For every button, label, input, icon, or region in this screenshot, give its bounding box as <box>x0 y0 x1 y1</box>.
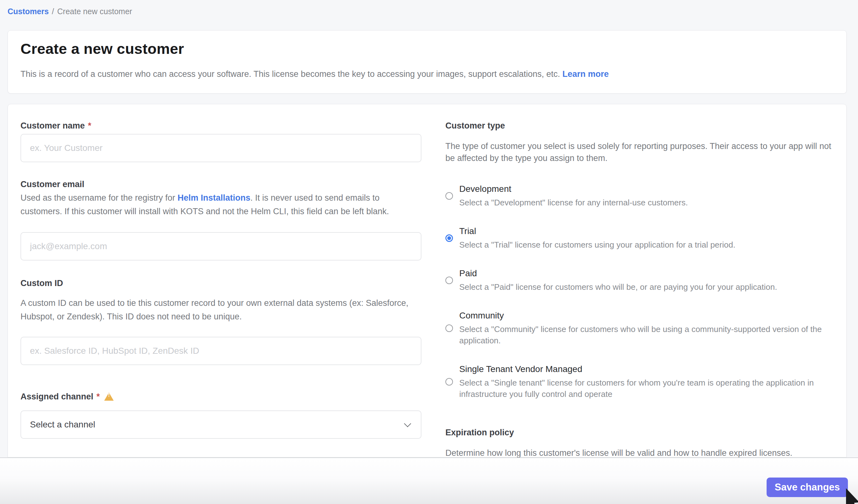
customer-email-label-text: Customer email <box>20 179 84 189</box>
expiration-policy-label-text: Expiration policy <box>445 427 514 438</box>
customer-type-label: Customer type <box>445 121 838 131</box>
customer-type-label-text: Customer type <box>445 121 505 131</box>
customer-email-input[interactable] <box>20 232 422 260</box>
breadcrumb-separator: / <box>52 7 54 16</box>
radio-single-tenant-vendor-managed[interactable] <box>445 378 453 386</box>
radio-option-community[interactable]: Community Select a "Community" license f… <box>445 310 838 346</box>
expiration-policy-label: Expiration policy <box>445 427 838 438</box>
page-header-card: Create a new customer This is a record o… <box>7 30 847 94</box>
radio-option-text: Development Select a "Development" licen… <box>459 184 688 208</box>
create-customer-form-card: Customer name * Customer email Used as t… <box>7 104 847 457</box>
radio-option-text: Paid Select a "Paid" license for custome… <box>459 268 777 293</box>
customer-name-label: Customer name * <box>20 121 422 131</box>
radio-option-description: Select a "Single tenant" license for cus… <box>459 377 838 400</box>
custom-id-label: Custom ID <box>20 278 422 288</box>
radio-option-title: Development <box>459 184 688 194</box>
radio-option-description: Select a "Community" license for custome… <box>459 324 838 346</box>
radio-option-text: Community Select a "Community" license f… <box>459 310 838 346</box>
radio-option-development[interactable]: Development Select a "Development" licen… <box>445 184 838 208</box>
customer-type-description: The type of customer you select is used … <box>445 140 838 164</box>
radio-community[interactable] <box>445 324 453 332</box>
radio-option-single-tenant-vendor-managed[interactable]: Single Tenant Vendor Managed Select a "S… <box>445 364 838 400</box>
radio-trial[interactable] <box>445 234 453 242</box>
save-changes-button[interactable]: Save changes <box>767 477 848 497</box>
page-description-text: This is a record of a customer who can a… <box>20 69 560 79</box>
customer-name-label-text: Customer name <box>20 121 85 131</box>
required-asterisk: * <box>96 392 100 402</box>
radio-development[interactable] <box>445 192 453 200</box>
page-title: Create a new customer <box>20 40 834 57</box>
customer-email-description: Used as the username for the registry fo… <box>20 191 422 218</box>
radio-option-title: Paid <box>459 268 777 279</box>
radio-option-text: Trial Select a "Trial" license for custo… <box>459 226 735 250</box>
custom-id-input[interactable] <box>20 337 422 365</box>
radio-option-paid[interactable]: Paid Select a "Paid" license for custome… <box>445 268 838 293</box>
form-right-column: Customer type The type of customer you s… <box>445 121 838 457</box>
channel-select-value: Select a channel <box>30 420 95 430</box>
breadcrumb: Customers/Create new customer <box>7 7 132 16</box>
breadcrumb-link-customers[interactable]: Customers <box>7 7 49 16</box>
warning-exclamation: ! <box>104 390 114 400</box>
warning-icon: ! <box>104 392 114 401</box>
page-description: This is a record of a customer who can a… <box>20 69 834 79</box>
custom-id-description: A custom ID can be used to tie this cust… <box>20 296 422 324</box>
radio-option-title: Trial <box>459 226 735 237</box>
radio-option-description: Select a "Trial" license for customers u… <box>459 239 735 250</box>
helm-installations-link[interactable]: Helm Installations <box>177 193 250 202</box>
customer-email-description-pre: Used as the username for the registry fo… <box>20 193 177 202</box>
form-left-column: Customer name * Customer email Used as t… <box>20 121 422 457</box>
expiration-policy-description: Determine how long this customer's licen… <box>445 448 838 458</box>
chevron-down-icon <box>404 420 411 427</box>
radio-option-text: Single Tenant Vendor Managed Select a "S… <box>459 364 838 400</box>
required-asterisk: * <box>88 121 91 131</box>
customer-name-input[interactable] <box>20 134 422 162</box>
radio-option-title: Single Tenant Vendor Managed <box>459 364 838 375</box>
radio-option-description: Select a "Paid" license for customers wh… <box>459 281 777 293</box>
breadcrumb-current: Create new customer <box>57 7 132 16</box>
channel-select[interactable]: Select a channel <box>20 410 422 439</box>
customer-email-label: Customer email <box>20 179 422 189</box>
save-bar: Save changes <box>0 457 858 504</box>
assigned-channel-label-text: Assigned channel <box>20 392 93 402</box>
custom-id-label-text: Custom ID <box>20 278 63 288</box>
assigned-channel-label: Assigned channel * ! <box>20 392 422 402</box>
learn-more-link[interactable]: Learn more <box>562 69 609 79</box>
radio-paid[interactable] <box>445 277 453 284</box>
radio-option-title: Community <box>459 310 838 321</box>
radio-option-description: Select a "Development" license for any i… <box>459 197 688 208</box>
radio-option-trial[interactable]: Trial Select a "Trial" license for custo… <box>445 226 838 250</box>
